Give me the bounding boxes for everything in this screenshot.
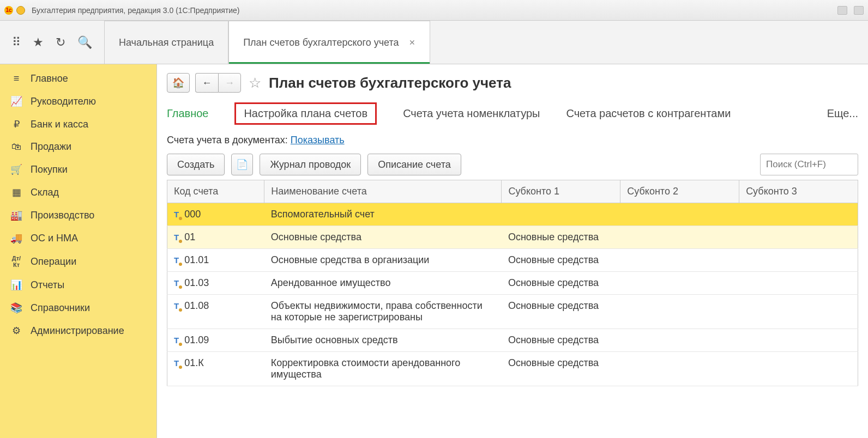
window-button-2[interactable] xyxy=(854,6,864,15)
table-row[interactable]: Т01.03Арендованное имуществоОсновные сре… xyxy=(167,272,858,295)
dtkt-icon: Дт/Кт xyxy=(10,255,23,268)
account-sub3 xyxy=(739,295,858,329)
info-row: Счета учета в документах: Показывать xyxy=(167,135,858,146)
minimize-icon[interactable] xyxy=(16,6,25,15)
account-code: 01.03 xyxy=(184,277,209,289)
sidebar-item-main[interactable]: ≡Главное xyxy=(0,68,156,90)
sidebar-item-manager[interactable]: 📈Руководителю xyxy=(0,90,156,113)
tab-chart-of-accounts[interactable]: План счетов бухгалтерского учета ✕ xyxy=(228,21,430,64)
sidebar: ≡Главное 📈Руководителю ₽Банк и касса 🛍Пр… xyxy=(0,64,157,438)
th-sub3[interactable]: Субконто 3 xyxy=(739,180,858,203)
sidebar-item-label: Справочники xyxy=(31,302,90,314)
truck-icon: 🚚 xyxy=(10,232,23,244)
account-name: Вспомогательный счет xyxy=(264,203,502,226)
window-title: Бухгалтерия предприятия, редакция 3.0 (1… xyxy=(32,6,240,15)
table-row[interactable]: Т01.08Объекты недвижимости, права собств… xyxy=(167,295,858,329)
journal-button[interactable]: Журнал проводок xyxy=(260,154,361,175)
sidebar-item-label: Продажи xyxy=(31,141,71,153)
subnav-nomenclature[interactable]: Счета учета номенклатуры xyxy=(403,107,540,120)
info-label: Счета учета в документах: xyxy=(167,135,291,145)
table-row[interactable]: Т01.09Выбытие основных средствОсновные с… xyxy=(167,329,858,352)
grid-icon: ▦ xyxy=(10,186,23,198)
create-button[interactable]: Создать xyxy=(167,154,225,175)
th-sub2[interactable]: Субконто 2 xyxy=(620,180,739,203)
subnav-main[interactable]: Главное xyxy=(167,107,208,120)
menu-icon: ≡ xyxy=(10,73,23,84)
sidebar-item-admin[interactable]: ⚙Администрирование xyxy=(0,319,156,342)
sidebar-item-sales[interactable]: 🛍Продажи xyxy=(0,136,156,158)
subnav-more[interactable]: Еще... xyxy=(827,107,858,120)
sidebar-item-references[interactable]: 📚Справочники xyxy=(0,296,156,319)
sidebar-item-warehouse[interactable]: ▦Склад xyxy=(0,181,156,204)
home-button[interactable]: 🏠 xyxy=(167,73,190,93)
forward-button[interactable]: → xyxy=(218,73,241,93)
close-icon[interactable]: ✕ xyxy=(409,38,415,47)
page-title: План счетов бухгалтерского учета xyxy=(269,75,511,92)
account-sub3 xyxy=(739,272,858,295)
account-name: Арендованное имущество xyxy=(264,272,502,295)
sidebar-item-bank[interactable]: ₽Банк и касса xyxy=(0,113,156,136)
account-sub1: Основные средства xyxy=(502,352,620,386)
account-code: 01.08 xyxy=(184,300,209,312)
account-icon: Т xyxy=(174,358,179,368)
table-row[interactable]: Т01Основные средстваОсновные средства xyxy=(167,226,858,249)
favorite-icon[interactable]: ☆ xyxy=(249,75,261,92)
account-sub1: Основные средства xyxy=(502,249,620,272)
star-icon[interactable]: ★ xyxy=(33,35,44,50)
search-input[interactable] xyxy=(760,154,858,175)
apps-icon[interactable]: ⠿ xyxy=(12,35,21,50)
history-icon[interactable]: ↻ xyxy=(56,35,65,50)
account-code: 000 xyxy=(184,209,201,220)
th-code[interactable]: Код счета xyxy=(167,180,264,203)
window-button-1[interactable] xyxy=(837,6,847,15)
back-button[interactable]: ← xyxy=(195,73,218,93)
account-sub1: Основные средства xyxy=(502,295,620,329)
subnav-settings[interactable]: Настройка плана счетов xyxy=(234,102,377,125)
info-link[interactable]: Показывать xyxy=(291,135,345,145)
account-icon: Т xyxy=(174,210,179,219)
accounts-table: Код счета Наименование счета Субконто 1 … xyxy=(167,180,858,386)
th-name[interactable]: Наименование счета xyxy=(264,180,502,203)
account-icon: Т xyxy=(174,336,179,345)
sidebar-item-label: Отчеты xyxy=(31,279,64,291)
account-sub2 xyxy=(620,272,739,295)
account-name: Основные средства в организации xyxy=(264,249,502,272)
th-sub1[interactable]: Субконто 1 xyxy=(502,180,620,203)
account-sub1: Основные средства xyxy=(502,272,620,295)
books-icon: 📚 xyxy=(10,302,23,314)
description-button[interactable]: Описание счета xyxy=(367,154,461,175)
account-code: 01.К xyxy=(184,357,204,369)
sidebar-item-reports[interactable]: 📊Отчеты xyxy=(0,273,156,296)
chart-icon: 📈 xyxy=(10,95,23,107)
account-code: 01.01 xyxy=(184,254,209,266)
account-sub3 xyxy=(739,203,858,226)
table-row[interactable]: Т000Вспомогательный счет xyxy=(167,203,858,226)
search-icon[interactable]: 🔍 xyxy=(77,35,92,50)
account-sub1 xyxy=(502,203,620,226)
account-icon: Т xyxy=(174,256,179,265)
sidebar-item-operations[interactable]: Дт/КтОперации xyxy=(0,250,156,273)
table-row[interactable]: Т01.ККорректировка стоимости арендованно… xyxy=(167,352,858,386)
account-name: Корректировка стоимости арендованного им… xyxy=(264,352,502,386)
subnav-contractors[interactable]: Счета расчетов с контрагентами xyxy=(566,107,731,120)
sidebar-item-label: Администрирование xyxy=(31,325,124,337)
account-sub2 xyxy=(620,249,739,272)
sidebar-item-production[interactable]: 🏭Производство xyxy=(0,204,156,227)
sidebar-item-assets[interactable]: 🚚ОС и НМА xyxy=(0,227,156,250)
account-sub3 xyxy=(739,249,858,272)
account-sub2 xyxy=(620,203,739,226)
account-sub3 xyxy=(739,352,858,386)
account-sub2 xyxy=(620,226,739,249)
table-row[interactable]: Т01.01Основные средства в организацииОсн… xyxy=(167,249,858,272)
factory-icon: 🏭 xyxy=(10,209,23,221)
sidebar-item-label: Банк и касса xyxy=(31,119,88,130)
app-1c-icon: 1c xyxy=(4,6,13,15)
tab-start-page[interactable]: Начальная страница xyxy=(104,21,228,64)
sidebar-item-label: Главное xyxy=(31,73,68,84)
add-button[interactable]: 📄 xyxy=(231,154,253,175)
account-sub3 xyxy=(739,226,858,249)
sub-navigation: Главное Настройка плана счетов Счета уче… xyxy=(167,102,858,125)
account-code: 01 xyxy=(184,232,195,243)
sidebar-item-purchases[interactable]: 🛒Покупки xyxy=(0,158,156,181)
account-name: Объекты недвижимости, права собственност… xyxy=(264,295,502,329)
